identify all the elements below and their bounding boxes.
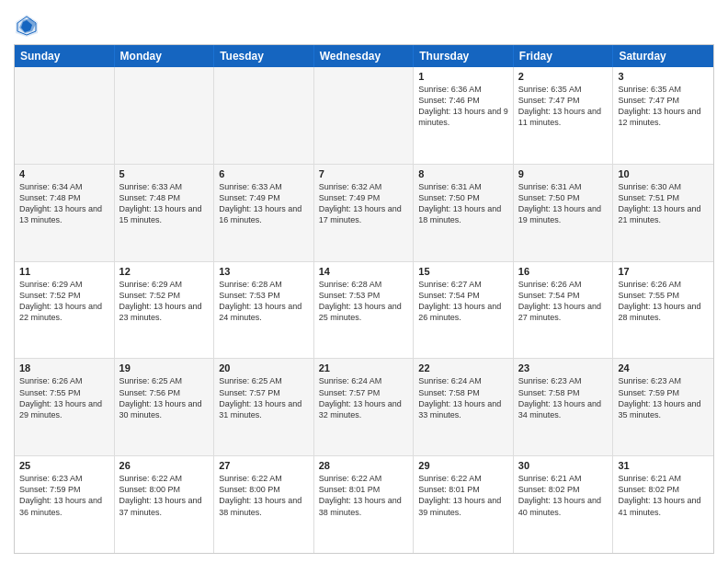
day-number: 30 <box>518 460 609 471</box>
day-number: 13 <box>219 266 309 277</box>
cell-daylight-info: Sunrise: 6:25 AM Sunset: 7:56 PM Dayligh… <box>119 375 210 420</box>
cell-daylight-info: Sunrise: 6:23 AM Sunset: 7:59 PM Dayligh… <box>19 473 109 518</box>
day-number: 27 <box>219 460 309 471</box>
calendar-cell: 10Sunrise: 6:30 AM Sunset: 7:51 PM Dayli… <box>613 165 713 261</box>
calendar-cell: 14Sunrise: 6:28 AM Sunset: 7:53 PM Dayli… <box>314 262 415 359</box>
day-number: 19 <box>119 362 210 373</box>
day-number: 3 <box>618 71 709 82</box>
cell-daylight-info: Sunrise: 6:26 AM Sunset: 7:54 PM Dayligh… <box>518 279 609 324</box>
weekday-header: Saturday <box>613 45 713 67</box>
calendar-cell: 20Sunrise: 6:25 AM Sunset: 7:57 PM Dayli… <box>214 359 314 455</box>
day-number: 28 <box>319 460 409 471</box>
day-number: 22 <box>418 362 508 373</box>
day-number: 10 <box>618 168 709 179</box>
weekday-header: Wednesday <box>314 45 415 67</box>
day-number: 23 <box>518 362 609 373</box>
weekday-header: Monday <box>115 45 215 67</box>
day-number: 31 <box>618 460 709 471</box>
cell-daylight-info: Sunrise: 6:32 AM Sunset: 7:49 PM Dayligh… <box>319 181 409 226</box>
cell-daylight-info: Sunrise: 6:33 AM Sunset: 7:48 PM Dayligh… <box>119 181 210 226</box>
day-number: 15 <box>418 266 508 277</box>
calendar-cell: 23Sunrise: 6:23 AM Sunset: 7:58 PM Dayli… <box>514 359 614 455</box>
calendar-cell: 24Sunrise: 6:23 AM Sunset: 7:59 PM Dayli… <box>613 359 713 455</box>
calendar-body: 1Sunrise: 6:36 AM Sunset: 7:46 PM Daylig… <box>15 67 713 553</box>
calendar-cell: 2Sunrise: 6:35 AM Sunset: 7:47 PM Daylig… <box>514 67 614 164</box>
cell-daylight-info: Sunrise: 6:21 AM Sunset: 8:02 PM Dayligh… <box>518 473 609 518</box>
cell-daylight-info: Sunrise: 6:23 AM Sunset: 7:58 PM Dayligh… <box>518 375 609 420</box>
calendar-cell: 4Sunrise: 6:34 AM Sunset: 7:48 PM Daylig… <box>15 165 115 261</box>
cell-daylight-info: Sunrise: 6:30 AM Sunset: 7:51 PM Dayligh… <box>618 181 709 226</box>
page: SundayMondayTuesdayWednesdayThursdayFrid… <box>0 0 728 563</box>
cell-daylight-info: Sunrise: 6:31 AM Sunset: 7:50 PM Dayligh… <box>418 181 508 226</box>
calendar-cell: 13Sunrise: 6:28 AM Sunset: 7:53 PM Dayli… <box>214 262 314 359</box>
calendar-row: 11Sunrise: 6:29 AM Sunset: 7:52 PM Dayli… <box>15 262 713 360</box>
calendar-cell <box>214 67 314 164</box>
day-number: 8 <box>418 168 508 179</box>
cell-daylight-info: Sunrise: 6:35 AM Sunset: 7:47 PM Dayligh… <box>518 84 609 129</box>
day-number: 18 <box>19 362 109 373</box>
cell-daylight-info: Sunrise: 6:24 AM Sunset: 7:57 PM Dayligh… <box>319 375 409 420</box>
calendar-cell: 26Sunrise: 6:22 AM Sunset: 8:00 PM Dayli… <box>115 456 215 553</box>
calendar-cell <box>15 67 115 164</box>
day-number: 2 <box>518 71 609 82</box>
calendar-cell: 29Sunrise: 6:22 AM Sunset: 8:01 PM Dayli… <box>414 456 514 553</box>
cell-daylight-info: Sunrise: 6:33 AM Sunset: 7:49 PM Dayligh… <box>219 181 309 226</box>
calendar-cell <box>314 67 415 164</box>
calendar-cell: 25Sunrise: 6:23 AM Sunset: 7:59 PM Dayli… <box>15 456 115 553</box>
cell-daylight-info: Sunrise: 6:29 AM Sunset: 7:52 PM Dayligh… <box>19 279 109 324</box>
header <box>14 9 714 39</box>
day-number: 16 <box>518 266 609 277</box>
calendar-cell: 5Sunrise: 6:33 AM Sunset: 7:48 PM Daylig… <box>115 165 215 261</box>
calendar-cell: 31Sunrise: 6:21 AM Sunset: 8:02 PM Dayli… <box>613 456 713 553</box>
calendar-cell: 27Sunrise: 6:22 AM Sunset: 8:00 PM Dayli… <box>214 456 314 553</box>
calendar-cell: 17Sunrise: 6:26 AM Sunset: 7:55 PM Dayli… <box>613 262 713 359</box>
cell-daylight-info: Sunrise: 6:31 AM Sunset: 7:50 PM Dayligh… <box>518 181 609 226</box>
cell-daylight-info: Sunrise: 6:22 AM Sunset: 8:00 PM Dayligh… <box>119 473 210 518</box>
day-number: 1 <box>418 71 508 82</box>
calendar-cell: 6Sunrise: 6:33 AM Sunset: 7:49 PM Daylig… <box>214 165 314 261</box>
cell-daylight-info: Sunrise: 6:36 AM Sunset: 7:46 PM Dayligh… <box>418 84 508 129</box>
cell-daylight-info: Sunrise: 6:26 AM Sunset: 7:55 PM Dayligh… <box>19 375 109 420</box>
cell-daylight-info: Sunrise: 6:25 AM Sunset: 7:57 PM Dayligh… <box>219 375 309 420</box>
calendar-cell: 3Sunrise: 6:35 AM Sunset: 7:47 PM Daylig… <box>613 67 713 164</box>
calendar-cell: 8Sunrise: 6:31 AM Sunset: 7:50 PM Daylig… <box>414 165 514 261</box>
day-number: 17 <box>618 266 709 277</box>
calendar-row: 4Sunrise: 6:34 AM Sunset: 7:48 PM Daylig… <box>15 165 713 262</box>
day-number: 6 <box>219 168 309 179</box>
day-number: 20 <box>219 362 309 373</box>
calendar-row: 18Sunrise: 6:26 AM Sunset: 7:55 PM Dayli… <box>15 359 713 456</box>
calendar-cell: 28Sunrise: 6:22 AM Sunset: 8:01 PM Dayli… <box>314 456 415 553</box>
calendar-row: 1Sunrise: 6:36 AM Sunset: 7:46 PM Daylig… <box>15 67 713 165</box>
calendar-cell <box>115 67 215 164</box>
cell-daylight-info: Sunrise: 6:22 AM Sunset: 8:01 PM Dayligh… <box>418 473 508 518</box>
calendar-header-row: SundayMondayTuesdayWednesdayThursdayFrid… <box>15 45 713 67</box>
calendar-cell: 1Sunrise: 6:36 AM Sunset: 7:46 PM Daylig… <box>414 67 514 164</box>
calendar-cell: 21Sunrise: 6:24 AM Sunset: 7:57 PM Dayli… <box>314 359 415 455</box>
calendar: SundayMondayTuesdayWednesdayThursdayFrid… <box>14 44 714 554</box>
day-number: 4 <box>19 168 109 179</box>
cell-daylight-info: Sunrise: 6:27 AM Sunset: 7:54 PM Dayligh… <box>418 279 508 324</box>
day-number: 24 <box>618 362 709 373</box>
weekday-header: Thursday <box>414 45 514 67</box>
day-number: 11 <box>19 266 109 277</box>
cell-daylight-info: Sunrise: 6:22 AM Sunset: 8:01 PM Dayligh… <box>319 473 409 518</box>
day-number: 29 <box>418 460 508 471</box>
calendar-cell: 16Sunrise: 6:26 AM Sunset: 7:54 PM Dayli… <box>514 262 614 359</box>
calendar-cell: 9Sunrise: 6:31 AM Sunset: 7:50 PM Daylig… <box>514 165 614 261</box>
calendar-cell: 12Sunrise: 6:29 AM Sunset: 7:52 PM Dayli… <box>115 262 215 359</box>
calendar-cell: 18Sunrise: 6:26 AM Sunset: 7:55 PM Dayli… <box>15 359 115 455</box>
cell-daylight-info: Sunrise: 6:22 AM Sunset: 8:00 PM Dayligh… <box>219 473 309 518</box>
weekday-header: Tuesday <box>214 45 314 67</box>
calendar-cell: 30Sunrise: 6:21 AM Sunset: 8:02 PM Dayli… <box>514 456 614 553</box>
cell-daylight-info: Sunrise: 6:29 AM Sunset: 7:52 PM Dayligh… <box>119 279 210 324</box>
day-number: 7 <box>319 168 409 179</box>
day-number: 21 <box>319 362 409 373</box>
calendar-cell: 19Sunrise: 6:25 AM Sunset: 7:56 PM Dayli… <box>115 359 215 455</box>
logo-icon <box>14 13 40 39</box>
logo <box>14 13 41 39</box>
cell-daylight-info: Sunrise: 6:24 AM Sunset: 7:58 PM Dayligh… <box>418 375 508 420</box>
cell-daylight-info: Sunrise: 6:28 AM Sunset: 7:53 PM Dayligh… <box>219 279 309 324</box>
cell-daylight-info: Sunrise: 6:21 AM Sunset: 8:02 PM Dayligh… <box>618 473 709 518</box>
weekday-header: Sunday <box>15 45 115 67</box>
cell-daylight-info: Sunrise: 6:23 AM Sunset: 7:59 PM Dayligh… <box>618 375 709 420</box>
